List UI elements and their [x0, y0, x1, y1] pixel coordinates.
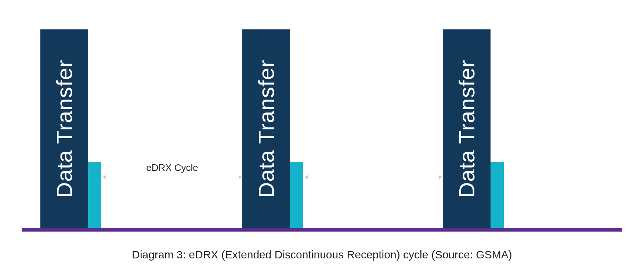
timeline-baseline [22, 228, 622, 232]
diagram-area: Data Transfer Data Transfer Data Transfe… [0, 0, 644, 232]
edrx-cycle-label-wrap: eDRX Cycle [103, 162, 242, 173]
bar-group-3: Data Transfer [443, 29, 504, 228]
data-transfer-label: Data Transfer [454, 60, 480, 198]
edrx-cycle-arrow-2 [305, 177, 442, 177]
listen-window-bar [491, 162, 504, 228]
edrx-cycle-arrow-1 [103, 177, 242, 177]
data-transfer-bar: Data Transfer [242, 29, 290, 228]
listen-window-bar [290, 162, 303, 228]
bar-group-1: Data Transfer [40, 29, 101, 228]
diagram-caption: Diagram 3: eDRX (Extended Discontinuous … [0, 248, 644, 261]
bar-group-2: Data Transfer [242, 29, 303, 228]
data-transfer-label: Data Transfer [52, 60, 77, 198]
edrx-cycle-label: eDRX Cycle [143, 162, 201, 173]
listen-window-bar [88, 162, 101, 228]
data-transfer-bar: Data Transfer [443, 29, 491, 228]
data-transfer-bar: Data Transfer [40, 29, 88, 228]
data-transfer-label: Data Transfer [254, 60, 279, 198]
